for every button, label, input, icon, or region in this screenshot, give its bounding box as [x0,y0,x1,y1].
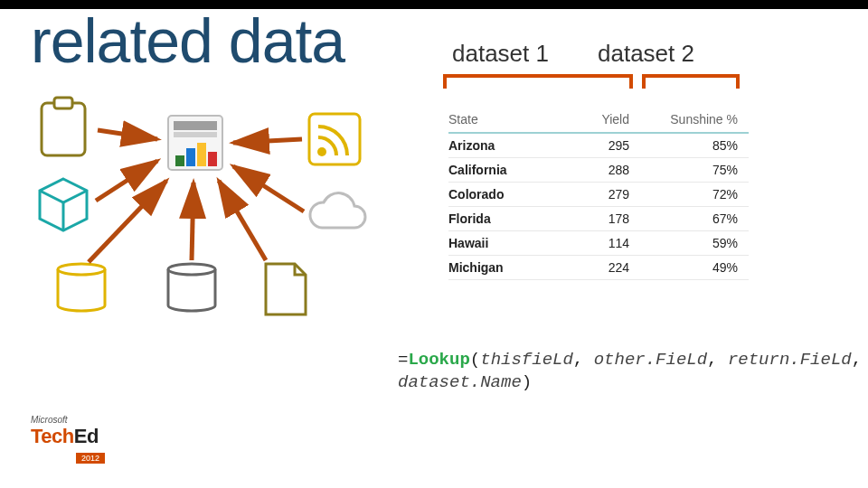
cell-c1: Florida [448,211,557,226]
cell-c2: 178 [557,211,629,226]
col-state: State [448,112,557,127]
cube-icon [40,179,87,230]
logo-ed: Ed [74,425,99,447]
svg-rect-8 [186,148,195,166]
cell-c3: 59% [629,236,738,250]
formula-arg2: other.FieLd [594,350,707,370]
table-row: Florida17867% [448,207,749,231]
label-dataset-1: dataset 1 [452,40,549,68]
svg-rect-1 [54,98,72,108]
svg-rect-6 [174,132,217,137]
logo-tech: Tech [31,425,74,447]
cell-c1: Arizona [448,138,557,153]
slide: related data dataset 1 dataset 2 State Y… [0,5,868,484]
lookup-formula: =Lookup(thisfieLd, other.FieLd, return.F… [398,349,862,393]
svg-line-16 [96,161,157,201]
cell-c1: Colorado [448,187,557,202]
svg-rect-0 [42,103,85,155]
table-row: California28875% [448,158,749,183]
cell-c3: 49% [629,260,738,275]
logo-ms: Microsoft [31,415,105,425]
svg-rect-7 [175,155,184,166]
feed-icon [309,114,360,164]
cell-c3: 85% [629,138,738,153]
dataset-labels: dataset 1 dataset 2 [452,40,689,68]
file-icon [266,264,306,314]
bracket-dataset-2 [642,74,740,89]
cell-c2: 114 [557,236,629,250]
table-row: Michigan22449% [448,256,749,280]
table-row: Colorado27972% [448,183,749,207]
svg-line-18 [192,183,193,260]
logo-year: 2012 [76,453,105,464]
cell-c1: Michigan [448,260,557,275]
table-row: Arizona29585% [448,134,749,158]
logo-teched: TechEd [31,425,105,448]
bracket-dataset-1 [443,74,633,89]
table-header: State Yield Sunshine % [448,112,749,134]
cell-c1: Hawaii [448,236,557,250]
page-title: related data [31,5,837,76]
col-sunshine: Sunshine % [629,112,738,127]
cell-c2: 295 [557,138,629,153]
cell-c3: 75% [629,163,738,177]
formula-sep3: , [852,350,862,370]
clipboard-icon [42,98,85,155]
svg-line-20 [233,166,304,211]
formula-eq: = [398,350,408,370]
col-yield: Yield [557,112,629,127]
svg-rect-9 [197,143,206,166]
cell-c3: 67% [629,211,738,226]
cell-c3: 72% [629,187,738,202]
svg-line-15 [98,130,157,139]
footer-logo: Microsoft TechEd 2012 [31,415,105,465]
svg-point-13 [58,264,105,275]
data-table: State Yield Sunshine % Arizona29585%Cali… [448,112,749,280]
svg-point-12 [317,147,326,156]
svg-point-14 [168,264,215,275]
svg-line-21 [233,139,302,143]
formula-open: ( [470,350,480,370]
label-dataset-2: dataset 2 [598,40,694,68]
svg-line-19 [219,181,266,260]
cell-c2: 224 [557,260,629,275]
database-yellow-icon [58,264,105,311]
cell-c2: 288 [557,163,629,177]
formula-arg1: thisfieLd [480,350,573,370]
svg-rect-11 [309,114,360,164]
cell-c1: California [448,163,557,177]
formula-arg3: return.FieLd [728,350,852,370]
cell-c2: 279 [557,187,629,202]
svg-line-17 [89,181,166,262]
table-row: Hawaii11459% [448,231,749,256]
sources-diagram [33,96,394,331]
report-app-icon [168,116,222,170]
formula-arg4: dataset.Name [398,372,522,392]
svg-rect-10 [208,152,217,166]
formula-fn: Lookup [408,350,469,370]
table-body: Arizona29585%California28875%Colorado279… [448,134,749,280]
formula-close: ) [522,372,532,392]
svg-rect-5 [174,121,217,130]
formula-sep1: , [573,350,594,370]
database-grey-icon [168,264,215,311]
formula-sep2: , [707,350,728,370]
cloud-icon [310,193,365,228]
